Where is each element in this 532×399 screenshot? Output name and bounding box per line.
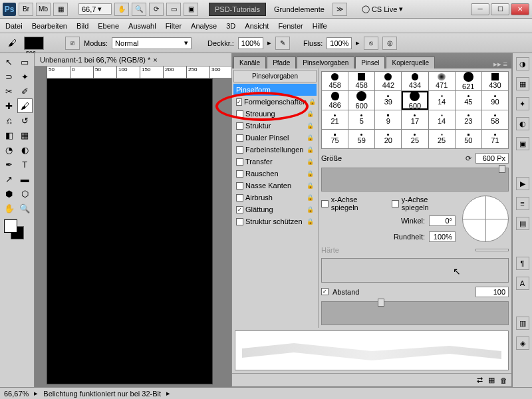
- workspace-selector[interactable]: Grundelemente: [269, 4, 330, 15]
- roundness-value[interactable]: 100%: [429, 231, 456, 242]
- menu-analyse[interactable]: Analyse: [191, 22, 217, 30]
- brush-tip[interactable]: 430: [482, 72, 508, 90]
- blur-tool[interactable]: ◔: [1, 142, 17, 157]
- dock-navigator-icon[interactable]: ▥: [516, 317, 529, 330]
- size-value[interactable]: 600 Px: [475, 153, 509, 164]
- dock-styles-icon[interactable]: ✦: [516, 97, 529, 110]
- brush-option-struktur[interactable]: Struktur🔒: [233, 120, 317, 132]
- brush-tip[interactable]: 20: [375, 130, 401, 148]
- brush-tip[interactable]: 14: [429, 110, 455, 129]
- dock-info-icon[interactable]: ◈: [516, 336, 529, 350]
- tab-pfade[interactable]: Pfade: [267, 57, 296, 68]
- brush-presets-header[interactable]: Pinselvorgaben: [233, 70, 317, 82]
- menu-datei[interactable]: Datei: [5, 22, 23, 30]
- dock-swatches-icon[interactable]: ▦: [516, 77, 529, 90]
- brush-tip[interactable]: 25: [429, 130, 455, 148]
- brush-tip[interactable]: 39: [375, 91, 401, 110]
- move-tool[interactable]: ↖: [1, 55, 17, 69]
- brush-tip[interactable]: 25: [402, 130, 428, 148]
- brush-tip[interactable]: 621: [456, 72, 481, 90]
- hand-tool[interactable]: ✋: [1, 201, 17, 215]
- close-button[interactable]: ✕: [511, 3, 529, 15]
- opacity-field[interactable]: 100%: [238, 37, 263, 49]
- maximize-button[interactable]: ☐: [491, 3, 509, 15]
- close-icon[interactable]: ×: [153, 56, 157, 64]
- dock-layers-icon[interactable]: ▤: [516, 217, 529, 230]
- flip-x-checkbox[interactable]: x-Achse spiegeln: [321, 196, 385, 211]
- stamp-tool[interactable]: ⎌: [1, 113, 17, 128]
- gradient-tool[interactable]: ▦: [17, 128, 33, 142]
- flip-y-checkbox[interactable]: y-Achse spiegeln: [392, 196, 456, 211]
- brush-tip[interactable]: 90: [482, 91, 508, 110]
- tab-kopierquelle[interactable]: Kopierquelle: [386, 57, 435, 68]
- shape-tool[interactable]: ▬: [17, 172, 33, 186]
- dock-character-icon[interactable]: A: [516, 277, 529, 290]
- brush-option-formeigenschaften[interactable]: ✓Formeigenschaften🔒: [233, 96, 317, 108]
- menu-hilfe[interactable]: Hilfe: [313, 22, 327, 30]
- angle-value[interactable]: 0°: [429, 215, 456, 226]
- dock-masks-icon[interactable]: ▣: [516, 137, 529, 150]
- brush-tip[interactable]: 458: [322, 72, 348, 90]
- 3d-camera-tool[interactable]: ⬡: [17, 186, 33, 201]
- bridge-button[interactable]: Br: [19, 3, 33, 16]
- history-brush-tool[interactable]: ↺: [17, 113, 33, 128]
- eraser-tool[interactable]: ◧: [1, 128, 17, 142]
- brush-option-dualer-pinsel[interactable]: Dualer Pinsel🔒: [233, 132, 317, 144]
- brush-option-farbeinstellungen[interactable]: Farbeinstellungen🔒: [233, 144, 317, 156]
- dodge-tool[interactable]: ◐: [17, 142, 33, 157]
- hand-tool-button[interactable]: ✋: [114, 3, 129, 16]
- cs-live-button[interactable]: ◯ CS Live ▾: [362, 5, 404, 13]
- dock-actions-icon[interactable]: ▶: [516, 177, 529, 190]
- brush-tip[interactable]: 21: [322, 110, 348, 129]
- brush-option-transfer[interactable]: Transfer🔒: [233, 156, 317, 168]
- tablet-opacity-icon[interactable]: ✎: [275, 37, 290, 50]
- brush-tip[interactable]: 458: [348, 72, 374, 90]
- brush-tip[interactable]: 23: [456, 110, 481, 129]
- path-select-tool[interactable]: ↗: [1, 172, 17, 186]
- dock-adjustments-icon[interactable]: ◐: [516, 117, 529, 130]
- menu-ansicht[interactable]: Ansicht: [245, 22, 269, 30]
- spacing-value[interactable]: 100: [475, 287, 509, 297]
- 3d-tool[interactable]: ⬢: [1, 186, 17, 201]
- brush-tip[interactable]: 486: [322, 91, 348, 110]
- brush-tip[interactable]: 58: [482, 110, 508, 129]
- crop-tool[interactable]: ✂: [1, 84, 17, 98]
- brush-option-rauschen[interactable]: Rauschen🔒: [233, 168, 317, 180]
- brush-option-pinselform[interactable]: Pinselform: [233, 84, 317, 96]
- zoom-tool[interactable]: 🔍: [17, 201, 33, 215]
- brush-tip[interactable]: 50: [456, 130, 481, 148]
- menu-auswahl[interactable]: Auswahl: [128, 22, 156, 30]
- brush-tip[interactable]: 75: [322, 130, 348, 148]
- trash-icon[interactable]: 🗑: [500, 376, 507, 384]
- rotate-view-button[interactable]: ⟳: [149, 3, 164, 16]
- brush-panel-toggle[interactable]: ⎚: [65, 37, 80, 50]
- flow-field[interactable]: 100%: [327, 37, 352, 49]
- tab-kanaele[interactable]: Kanäle: [233, 57, 266, 68]
- flip-icon[interactable]: ⟳: [466, 154, 471, 163]
- dock-color-icon[interactable]: ◑: [516, 57, 529, 70]
- brush-tip[interactable]: 71: [482, 130, 508, 148]
- menu-fenster[interactable]: Fenster: [278, 22, 303, 30]
- zoom-level[interactable]: 66,7 ▾: [78, 3, 112, 15]
- menu-bearbeiten[interactable]: Bearbeiten: [32, 22, 67, 30]
- menu-ebene[interactable]: Ebene: [98, 22, 119, 30]
- airbrush-icon[interactable]: ⎋: [364, 37, 378, 50]
- color-swatches[interactable]: [1, 219, 33, 243]
- panel-menu-icon[interactable]: ▸▸ ≡: [491, 60, 510, 68]
- brush-tip[interactable]: 600: [348, 91, 374, 110]
- more-workspaces[interactable]: ≫: [332, 3, 347, 16]
- arrange-button[interactable]: ▭: [166, 3, 181, 16]
- size-slider[interactable]: [321, 168, 509, 192]
- zoom-tool-button[interactable]: 🔍: [132, 3, 146, 16]
- canvas[interactable]: [47, 78, 213, 384]
- type-tool[interactable]: T: [17, 157, 33, 172]
- tab-pinselvorgaben[interactable]: Pinselvorgaben: [297, 57, 354, 68]
- brush-option-struktur-schützen[interactable]: Struktur schützen🔒: [233, 215, 317, 227]
- spacing-checkbox[interactable]: ✓: [321, 288, 329, 295]
- brush-tip[interactable]: 45: [456, 91, 481, 110]
- lasso-tool[interactable]: ⊃: [1, 69, 17, 84]
- brush-option-glättung[interactable]: ✓Glättung🔒: [233, 203, 317, 215]
- brush-tip[interactable]: 59: [348, 130, 374, 148]
- brush-preset-picker[interactable]: 596: [24, 37, 44, 50]
- brush-tip[interactable]: 600: [402, 91, 428, 110]
